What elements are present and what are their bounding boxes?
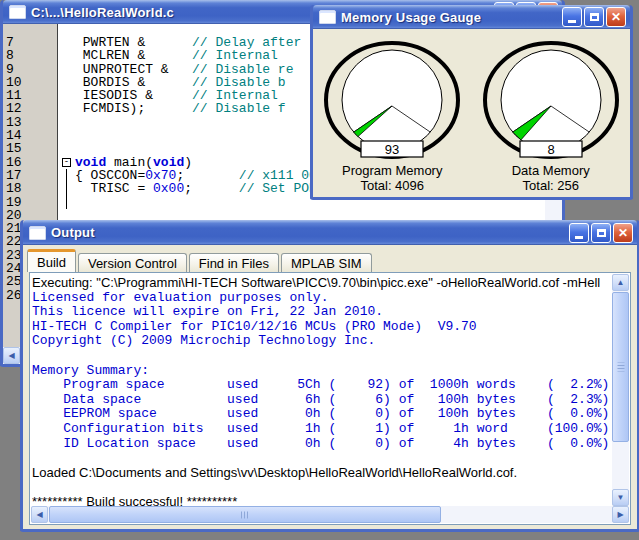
gauge-total: Total: 256 xyxy=(475,178,627,193)
output-tabstrip: BuildVersion ControlFind in FilesMPLAB S… xyxy=(27,249,633,272)
log-line: HI-TECH C Compiler for PIC10/12/16 MCUs … xyxy=(32,320,612,335)
fold-margin xyxy=(59,169,75,182)
log-line: Configuration bits used 1h ( 1) of 1h wo… xyxy=(32,422,612,437)
gauge-content: 93Program MemoryTotal: 40968Data MemoryT… xyxy=(313,29,630,197)
line-number: 12 xyxy=(3,102,57,115)
window-icon xyxy=(29,226,46,240)
log-line: This licence will expire on Fri, 22 Jan … xyxy=(32,305,612,320)
line-number: 14 xyxy=(3,129,57,142)
fold-margin xyxy=(59,142,75,155)
build-log[interactable]: Executing: "C:\Programmi\HI-TECH Softwar… xyxy=(32,276,612,506)
memory-gauge-window: Memory Usage Gauge ✕ 93Program MemoryTot… xyxy=(310,5,633,200)
code-text: { OSCCON=0x70; // x111 0000 xyxy=(75,169,332,182)
fold-margin xyxy=(59,49,75,62)
line-number: 15 xyxy=(3,142,57,155)
line-number: 18 xyxy=(3,182,57,195)
output-horizontal-scrollbar[interactable]: ◀ ▶ xyxy=(31,506,629,523)
line-number: 7 xyxy=(3,36,57,49)
tab-build[interactable]: Build xyxy=(27,249,76,272)
tab-find-in-files[interactable]: Find in Files xyxy=(189,253,279,272)
line-number: 8 xyxy=(3,49,57,62)
output-vertical-scrollbar[interactable]: ▲ ▼ xyxy=(612,274,629,506)
code-text: PWRTEN & // Delay after xyxy=(75,36,301,49)
gauge-value: 93 xyxy=(385,142,399,157)
gauge-dial: 8 xyxy=(476,38,626,163)
line-number: 16 xyxy=(3,156,57,169)
log-line: Executing: "C:\Programmi\HI-TECH Softwar… xyxy=(32,276,612,291)
scroll-right-icon[interactable]: ▶ xyxy=(612,506,629,523)
gauge-titlebar[interactable]: Memory Usage Gauge ✕ xyxy=(313,5,630,29)
log-line: Loaded C:\Documents and Settings\vv\Desk… xyxy=(32,466,612,481)
fold-margin xyxy=(59,182,75,195)
log-line: ID Location space used 0h ( 0) of 4h byt… xyxy=(32,437,612,452)
scroll-left-icon[interactable]: ◀ xyxy=(31,506,48,523)
gauge-label: Program Memory xyxy=(316,163,468,178)
scroll-down-icon[interactable]: ▼ xyxy=(612,489,629,506)
code-text: void main(void) xyxy=(75,156,192,169)
log-line: EEPROM space used 0h ( 0) of 100h bytes … xyxy=(32,407,612,422)
log-line: Licensed for evaluation purposes only. xyxy=(32,291,612,306)
gauge-title: Memory Usage Gauge xyxy=(341,10,562,25)
build-output-panel: Executing: "C:\Programmi\HI-TECH Softwar… xyxy=(29,272,631,525)
tab-version-control[interactable]: Version Control xyxy=(78,253,187,272)
fold-margin xyxy=(59,129,75,142)
output-titlebar[interactable]: Output ✕ xyxy=(23,220,637,245)
code-text: UNPROTECT & // Disable re xyxy=(75,63,293,76)
output-vscroll-thumb[interactable] xyxy=(612,292,629,442)
scroll-up-icon[interactable]: ▲ xyxy=(612,274,629,291)
log-line: Copyright (C) 2009 Microchip Technology … xyxy=(32,334,612,349)
mdi-desktop: { "colors": { "titlebar_blue": "#3E63C5"… xyxy=(0,0,639,540)
close-button[interactable]: ✕ xyxy=(613,223,633,243)
scroll-left-icon[interactable]: ◀ xyxy=(3,347,20,364)
output-content: BuildVersion ControlFind in FilesMPLAB S… xyxy=(23,245,637,529)
minimize-button[interactable] xyxy=(562,7,582,27)
fold-margin xyxy=(59,63,75,76)
line-number: 9 xyxy=(3,63,57,76)
gauge-total: Total: 4096 xyxy=(316,178,468,193)
log-line: Data space used 6h ( 6) of 100h bytes ( … xyxy=(32,393,612,408)
gauge-label: Data Memory xyxy=(475,163,627,178)
maximize-button[interactable] xyxy=(591,223,611,243)
log-line: ********** Build successful! ********** xyxy=(32,495,612,506)
log-line xyxy=(32,480,612,495)
tab-mplab-sim[interactable]: MPLAB SIM xyxy=(281,253,372,272)
log-line xyxy=(32,349,612,364)
fold-margin xyxy=(59,89,75,102)
document-icon xyxy=(9,5,26,19)
gauge-dial: 93 xyxy=(317,38,467,163)
output-title: Output xyxy=(51,225,569,240)
memory-gauge: 93Program MemoryTotal: 4096 xyxy=(316,38,468,197)
log-line: Memory Summary: xyxy=(32,364,612,379)
line-number: 13 xyxy=(3,116,57,129)
output-window: Output ✕ BuildVersion ControlFind in Fil… xyxy=(20,220,639,532)
fold-margin xyxy=(59,116,75,129)
output-hscroll-thumb[interactable] xyxy=(49,506,441,523)
code-text: BORDIS & // Disable b xyxy=(75,76,286,89)
gauge-value: 8 xyxy=(547,142,554,157)
log-line: Program space used 5Ch ( 92) of 1000h wo… xyxy=(32,378,612,393)
window-icon xyxy=(319,10,336,24)
fold-margin xyxy=(59,196,75,209)
minimize-button[interactable] xyxy=(569,223,589,243)
fold-margin xyxy=(59,36,75,49)
maximize-button[interactable] xyxy=(584,7,604,27)
memory-gauge: 8Data MemoryTotal: 256 xyxy=(475,38,627,197)
line-number: 10 xyxy=(3,76,57,89)
fold-margin xyxy=(59,76,75,89)
code-text: MCLREN & // Internal xyxy=(75,49,278,62)
code-text: FCMDIS); // Disable f xyxy=(75,102,286,115)
close-button[interactable]: ✕ xyxy=(606,7,626,27)
line-number: 17 xyxy=(3,169,57,182)
log-line xyxy=(32,451,612,466)
fold-collapse-icon[interactable]: - xyxy=(59,156,75,169)
line-number: 19 xyxy=(3,196,57,209)
line-number: 11 xyxy=(3,89,57,102)
fold-margin xyxy=(59,102,75,115)
code-text: IESODIS & // Internal xyxy=(75,89,278,102)
